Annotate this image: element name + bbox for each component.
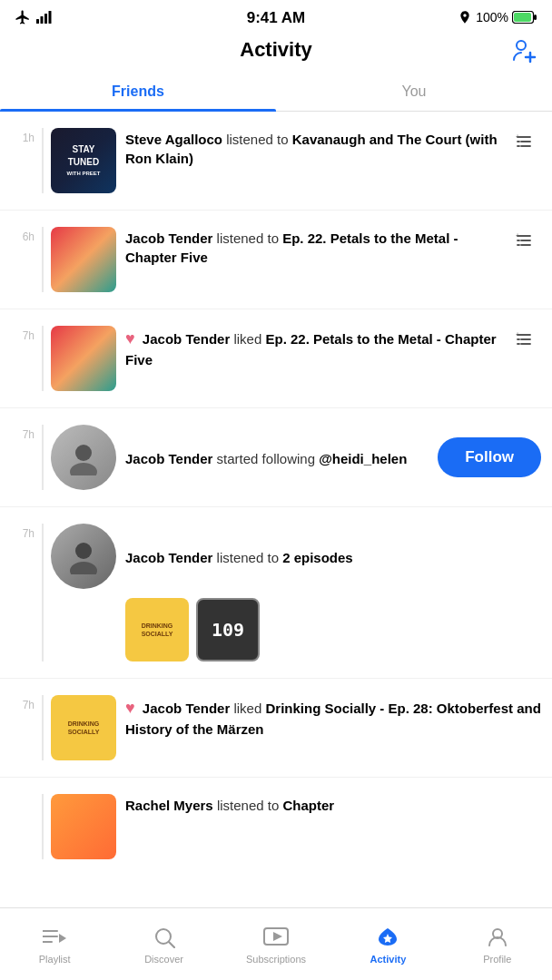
svg-text:+: + <box>516 133 519 140</box>
username: Jacob Tender <box>143 701 230 716</box>
nav-playlist[interactable]: Playlist <box>27 925 82 965</box>
nav-playlist-label: Playlist <box>39 954 71 965</box>
item-content: Jacob Tender listened to 2 episodes DRIN… <box>51 524 541 662</box>
username: Steve Agalloco <box>125 132 222 147</box>
timeline <box>42 794 44 859</box>
battery-percent: 100% <box>476 10 508 24</box>
mini-thumbnail[interactable]: DRINKINGSOCIALLY <box>125 598 189 662</box>
nav-discover[interactable]: Discover <box>137 925 192 965</box>
username: Jacob Tender <box>125 550 212 565</box>
timeline <box>42 425 44 490</box>
profile-icon <box>485 925 510 950</box>
item-text: ♥ Jacob Tender liked Drinking Socially -… <box>125 695 541 739</box>
timeline <box>42 524 44 662</box>
discover-icon <box>152 925 177 950</box>
following-target: @heidi_helen <box>319 451 407 466</box>
bottom-nav: Playlist Discover Subscriptions Activity <box>0 907 552 980</box>
playlist-icon <box>42 925 67 950</box>
time-label <box>0 794 34 798</box>
svg-rect-0 <box>36 19 39 24</box>
time-label: 7h <box>0 524 34 540</box>
mini-thumbnail[interactable]: 109 <box>196 598 260 662</box>
svg-point-31 <box>70 562 97 574</box>
status-time: 9:41 AM <box>247 9 306 27</box>
nav-subscriptions-label: Subscriptions <box>246 954 306 965</box>
episode-count: 2 episodes <box>282 550 353 565</box>
svg-line-37 <box>169 942 174 947</box>
timeline <box>42 326 44 391</box>
add-user-button[interactable] <box>510 36 537 64</box>
item-text: Jacob Tender started following @heidi_he… <box>125 447 429 468</box>
activity-feed: 1h STAY TUNED WITH PREET Steve Agalloco … <box>0 112 552 957</box>
svg-rect-2 <box>44 14 47 24</box>
menu-button[interactable]: + <box>507 326 541 353</box>
mini-thumbnails: DRINKINGSOCIALLY 109 <box>125 598 260 662</box>
podcast-thumbnail[interactable]: STAY TUNED WITH PREET <box>51 128 116 193</box>
podcast-thumbnail[interactable] <box>51 326 116 391</box>
time-label: 7h <box>0 326 34 342</box>
nav-activity[interactable]: Activity <box>360 925 415 965</box>
svg-marker-35 <box>59 934 66 943</box>
nav-profile[interactable]: Profile <box>470 925 525 965</box>
time-label: 1h <box>0 128 34 144</box>
username: Rachel Myers <box>125 798 213 813</box>
item-content: ♥ Jacob Tender liked Ep. 22. Petals to t… <box>51 326 541 391</box>
item-content: Jacob Tender listened to Ep. 22. Petals … <box>51 227 541 292</box>
nav-discover-label: Discover <box>144 954 183 965</box>
timeline <box>42 695 44 760</box>
menu-button[interactable]: + <box>507 128 541 155</box>
item-content: DRINKINGSOCIALLY ♥ Jacob Tender liked Dr… <box>51 695 541 760</box>
activity-item: 1h STAY TUNED WITH PREET Steve Agalloco … <box>0 112 552 211</box>
activity-item: 7h Jacob Tender listened to 2 episodes <box>0 507 552 679</box>
activity-item: Rachel Myers listened to Chapter <box>0 778 552 876</box>
item-text: Steve Agalloco listened to Kavanaugh and… <box>125 128 498 168</box>
item-text: Jacob Tender listened to 2 episodes <box>125 546 353 567</box>
item-text: Rachel Myers listened to Chapter <box>125 794 541 815</box>
svg-text:+: + <box>516 232 519 239</box>
username: Jacob Tender <box>125 230 212 246</box>
airplane-icon <box>15 9 31 25</box>
status-right: 100% <box>458 10 537 24</box>
time-label: 7h <box>0 425 34 441</box>
item-content: Rachel Myers listened to Chapter <box>51 794 541 859</box>
item-text: ♥ Jacob Tender liked Ep. 22. Petals to t… <box>125 326 498 369</box>
item-content: STAY TUNED WITH PREET Steve Agalloco lis… <box>51 128 541 193</box>
time-label: 7h <box>0 695 34 711</box>
user-avatar[interactable] <box>51 524 116 589</box>
menu-button[interactable]: + <box>507 227 541 254</box>
username: Jacob Tender <box>143 331 230 347</box>
podcast-thumbnail[interactable]: DRINKINGSOCIALLY <box>51 695 116 760</box>
podcast-thumbnail[interactable] <box>51 794 116 859</box>
battery-icon <box>512 11 537 24</box>
svg-rect-6 <box>534 15 537 20</box>
svg-point-28 <box>75 445 92 461</box>
status-left <box>15 9 54 25</box>
activity-icon <box>375 925 400 950</box>
activity-item: 7h DRINKINGSOCIALLY ♥ Jacob Tender liked… <box>0 679 552 778</box>
nav-profile-label: Profile <box>483 954 511 965</box>
podcast-thumbnail[interactable] <box>51 227 116 292</box>
page-title: Activity <box>240 38 311 62</box>
svg-marker-39 <box>273 932 282 941</box>
user-avatar[interactable] <box>51 425 116 490</box>
header: Activity <box>0 31 552 73</box>
username: Jacob Tender <box>125 451 212 466</box>
subscriptions-icon <box>263 925 289 950</box>
follow-button[interactable]: Follow <box>438 437 541 477</box>
time-label: 6h <box>0 227 34 243</box>
item-text: Jacob Tender listened to Ep. 22. Petals … <box>125 227 498 267</box>
timeline <box>42 227 44 292</box>
timeline <box>42 128 44 193</box>
svg-rect-3 <box>49 11 52 24</box>
item-content: Jacob Tender started following @heidi_he… <box>51 425 541 490</box>
heart-icon: ♥ <box>125 699 135 717</box>
svg-point-7 <box>517 41 526 50</box>
tab-you[interactable]: You <box>276 73 552 111</box>
svg-rect-5 <box>514 13 531 22</box>
tab-friends[interactable]: Friends <box>0 73 276 111</box>
heart-icon: ♥ <box>125 329 135 348</box>
svg-point-29 <box>70 463 97 475</box>
location-icon <box>458 10 472 24</box>
nav-subscriptions[interactable]: Subscriptions <box>246 925 306 965</box>
activity-item: 7h Jacob Tender started following @heidi… <box>0 408 552 507</box>
